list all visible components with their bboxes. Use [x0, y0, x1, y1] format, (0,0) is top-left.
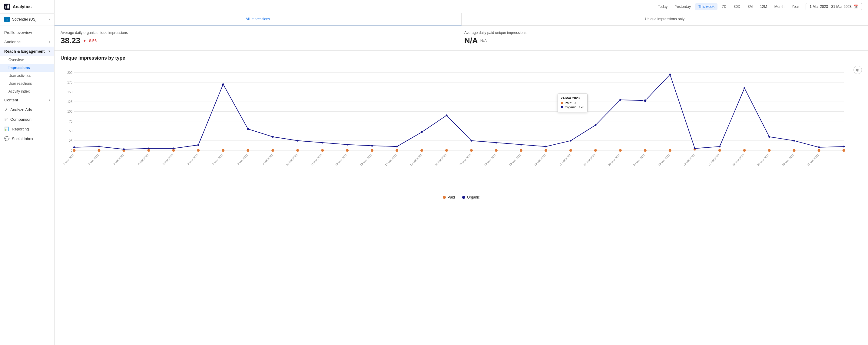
- sidebar-item-overview[interactable]: Overview: [0, 56, 54, 64]
- tab-unique-impressions[interactable]: Unique impressions only: [462, 13, 868, 26]
- svg-point-56: [172, 149, 175, 151]
- svg-text:11 Mar 2023: 11 Mar 2023: [310, 153, 323, 167]
- svg-point-113: [793, 140, 795, 142]
- sidebar-item-profile-overview[interactable]: Profile overview: [0, 28, 54, 37]
- svg-point-114: [818, 146, 820, 148]
- svg-point-74: [619, 149, 621, 151]
- svg-text:3 Mar 2023: 3 Mar 2023: [112, 153, 124, 165]
- sidebar-item-activity-index[interactable]: Activity index: [0, 88, 54, 95]
- svg-text:29 Mar 2023: 29 Mar 2023: [757, 153, 770, 167]
- paid-legend-label: Paid: [447, 195, 455, 200]
- svg-point-63: [346, 149, 349, 151]
- svg-point-70: [520, 149, 522, 151]
- date-range-picker[interactable]: 1 Mar 2023 - 31 Mar 2023 📅: [806, 3, 862, 10]
- btn-month[interactable]: Month: [771, 3, 787, 10]
- svg-point-82: [818, 149, 820, 151]
- svg-point-71: [545, 149, 547, 151]
- app-header: Analytics: [0, 0, 54, 13]
- btn-30d[interactable]: 30D: [731, 3, 744, 10]
- svg-text:75: 75: [69, 120, 73, 123]
- svg-point-88: [173, 148, 175, 149]
- btn-3m[interactable]: 3M: [745, 3, 756, 10]
- sidebar-item-reporting[interactable]: 📊 Reporting: [0, 124, 54, 134]
- svg-text:17 Mar 2023: 17 Mar 2023: [459, 153, 472, 167]
- svg-point-93: [297, 140, 299, 142]
- svg-point-80: [768, 149, 771, 151]
- svg-rect-1: [7, 5, 8, 8]
- svg-point-116: [644, 99, 647, 102]
- svg-point-101: [495, 142, 497, 143]
- svg-rect-0: [5, 6, 6, 8]
- export-button[interactable]: ⊕: [854, 66, 862, 74]
- overview-label: Overview: [8, 58, 24, 62]
- organic-stat-change: ▼ -8.56: [83, 38, 97, 43]
- svg-point-61: [297, 149, 299, 151]
- svg-text:5 Mar 2023: 5 Mar 2023: [162, 153, 174, 165]
- reach-engagement-label: Reach & Engagement: [4, 49, 46, 54]
- chart-svg: 20017515012510075502501 Mar 20232 Mar 20…: [61, 66, 850, 175]
- svg-text:200: 200: [67, 71, 72, 74]
- sidebar-item-user-activities[interactable]: User activities: [0, 72, 54, 79]
- svg-point-106: [619, 99, 621, 101]
- svg-point-89: [197, 144, 199, 146]
- svg-point-62: [321, 149, 324, 151]
- svg-point-110: [719, 145, 720, 147]
- svg-text:25: 25: [69, 139, 73, 142]
- svg-point-96: [371, 145, 373, 147]
- sidebar-item-social-inbox[interactable]: 💬 Social Inbox: [0, 134, 54, 143]
- paid-stat-label: Average daily paid unique impressions: [464, 31, 862, 35]
- organic-legend-dot: [462, 196, 465, 199]
- sidebar-item-impressions[interactable]: Impressions: [0, 64, 54, 72]
- btn-12m[interactable]: 12M: [757, 3, 770, 10]
- comparison-label: Comparison: [10, 117, 31, 122]
- svg-text:16 Mar 2023: 16 Mar 2023: [434, 153, 447, 167]
- reporting-label: Reporting: [12, 127, 29, 131]
- svg-point-75: [644, 149, 646, 151]
- svg-text:14 Mar 2023: 14 Mar 2023: [384, 153, 397, 167]
- svg-text:7 Mar 2023: 7 Mar 2023: [212, 153, 223, 165]
- organic-stat-block: Average daily organic unique impressions…: [61, 31, 458, 45]
- analyze-ads-icon: ↗: [4, 107, 8, 112]
- analyze-ads-label: Analyze Ads: [10, 107, 32, 112]
- btn-this-week[interactable]: This week: [695, 3, 717, 10]
- legend-organic: Organic: [462, 195, 480, 200]
- sidebar-item-content[interactable]: Content ›: [0, 95, 54, 105]
- sidebar-item-comparison[interactable]: ⇄ Comparison: [0, 114, 54, 124]
- svg-point-111: [744, 87, 745, 89]
- svg-point-73: [594, 149, 597, 151]
- btn-7d[interactable]: 7D: [719, 3, 729, 10]
- svg-point-105: [594, 124, 596, 126]
- app-icon: [4, 4, 10, 10]
- svg-point-64: [371, 149, 373, 151]
- svg-point-68: [470, 149, 472, 151]
- svg-rect-2: [8, 4, 9, 8]
- svg-point-112: [768, 136, 770, 138]
- reporting-icon: 📊: [4, 127, 9, 131]
- btn-year[interactable]: Year: [789, 3, 802, 10]
- reach-expand-icon: ▾: [49, 49, 50, 53]
- stats-row: Average daily organic unique impressions…: [55, 26, 868, 50]
- svg-text:23 Mar 2023: 23 Mar 2023: [608, 153, 621, 167]
- audience-expand-icon: ›: [49, 40, 50, 43]
- organic-stat-value: 38.23 ▼ -8.56: [61, 36, 458, 45]
- chart-legend: Paid Organic: [61, 195, 862, 200]
- svg-point-115: [843, 145, 845, 147]
- chart-container: ⊕ 20017515012510075502501 Mar 20232 Mar …: [61, 66, 862, 193]
- app-title: Analytics: [13, 4, 31, 9]
- paid-stat-value: N/A N/A: [464, 36, 862, 45]
- svg-text:6 Mar 2023: 6 Mar 2023: [187, 153, 199, 165]
- svg-point-92: [272, 136, 274, 138]
- svg-point-98: [421, 131, 423, 133]
- sidebar-item-analyze-ads[interactable]: ↗ Analyze Ads: [0, 105, 54, 114]
- svg-point-81: [793, 149, 795, 151]
- tab-all-impressions[interactable]: All impressions: [55, 13, 462, 26]
- sidebar-item-user-reactions[interactable]: User reactions: [0, 79, 54, 88]
- impressions-label: Impressions: [8, 66, 30, 70]
- btn-today[interactable]: Today: [655, 3, 671, 10]
- sidebar-item-reach-engagement[interactable]: Reach & Engagement ▾: [0, 46, 54, 56]
- btn-yesterday[interactable]: Yesterday: [672, 3, 694, 10]
- topbar: Today Yesterday This week 7D 30D 3M 12M …: [55, 0, 868, 13]
- sidebar-item-audience[interactable]: Audience ›: [0, 37, 54, 46]
- svg-point-65: [396, 149, 398, 151]
- profile-selector[interactable]: in Sotrender (US) ›: [0, 13, 54, 26]
